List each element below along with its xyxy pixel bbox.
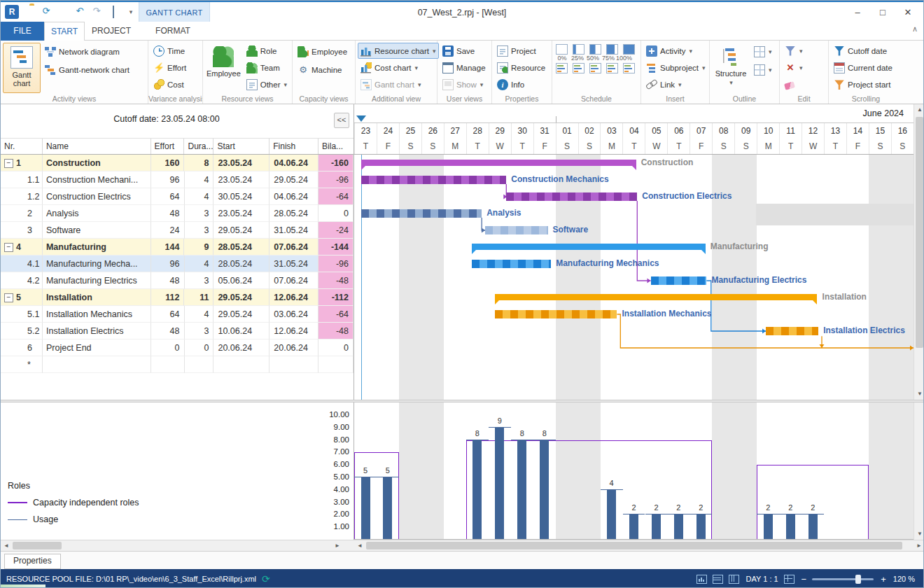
gantt-bar[interactable]	[485, 226, 548, 234]
redo-icon[interactable]: ↷	[90, 6, 103, 18]
window-layout-icon[interactable]	[107, 6, 120, 18]
scroll-right-icon[interactable]: ►	[332, 540, 343, 552]
column-header-finish[interactable]: Finish	[270, 139, 318, 154]
refresh-icon[interactable]: ⟳	[40, 6, 52, 18]
scrollbar-thumb[interactable]	[916, 117, 923, 348]
scroll-down-icon[interactable]: ▼	[914, 528, 924, 540]
gantt-vertical-scrollbar[interactable]: ▲ ▼	[913, 104, 924, 400]
column-header-name[interactable]: Name	[43, 139, 151, 154]
scrollbar-thumb[interactable]	[13, 542, 62, 550]
collapse-toggle[interactable]: −	[4, 243, 13, 252]
insert-activity-button[interactable]: Activity ▾	[643, 43, 708, 59]
collapse-toggle[interactable]: −	[4, 159, 13, 168]
gantt-chart-additional-button[interactable]: Gantt chart ▾	[358, 77, 439, 93]
undo-icon[interactable]: ↶	[74, 6, 86, 18]
grid-scale-icon[interactable]	[784, 575, 794, 584]
progress-50-button[interactable]	[589, 44, 601, 55]
gantt-chart-view-button[interactable]: Gantt chart	[3, 43, 41, 93]
scroll-to-cutoff-date-button[interactable]: Cutoff date	[831, 43, 895, 59]
network-diagram-button[interactable]: Network diagram	[42, 43, 132, 60]
refresh-pool-icon[interactable]: ⟳	[262, 573, 270, 584]
collapse-ribbon-icon[interactable]: ∧	[912, 24, 918, 34]
table-row[interactable]: −5Installation1121129.05.2412.06.24-112	[1, 289, 354, 306]
tab-properties[interactable]: Properties	[4, 554, 61, 569]
capacity-employee-button[interactable]: Employee	[295, 43, 350, 60]
open-file-icon[interactable]	[23, 6, 36, 18]
resource-properties-button[interactable]: Resource	[494, 59, 548, 76]
progress-100-button[interactable]	[623, 44, 635, 55]
table-row[interactable]: *	[1, 356, 354, 373]
tab-start[interactable]: START	[44, 22, 85, 41]
role-button[interactable]: Role	[244, 43, 290, 59]
insert-link-button[interactable]: Link ▾	[643, 77, 708, 93]
column-header-nr[interactable]: Nr.	[1, 139, 43, 154]
chart-view-icon[interactable]	[696, 575, 707, 584]
minimize-button[interactable]: –	[845, 3, 870, 22]
table-row[interactable]: 1.1Construction Mechani...96423.05.2429.…	[1, 172, 354, 188]
outline-level-button[interactable]: ▾	[751, 43, 775, 60]
insert-subproject-button[interactable]: Subproject ▾	[643, 59, 708, 76]
gantt-bar[interactable]	[361, 209, 482, 218]
scroll-down-icon[interactable]: ▼	[914, 388, 924, 400]
project-properties-button[interactable]: Project	[494, 43, 548, 59]
save-icon[interactable]	[57, 6, 69, 18]
gantt-bar[interactable]	[495, 310, 617, 318]
column-header-effort[interactable]: Effort	[151, 139, 185, 154]
employee-view-button[interactable]: Employee	[205, 43, 242, 93]
close-button[interactable]: ✕	[895, 3, 920, 22]
gantt-bar[interactable]	[361, 160, 636, 166]
scroll-left-icon[interactable]: ◄	[1, 540, 12, 552]
zoom-slider[interactable]	[812, 578, 874, 580]
scroll-to-project-start-button[interactable]: Project start	[831, 77, 895, 93]
table-row[interactable]: −1Construction160823.05.2404.06.24-160	[1, 155, 354, 172]
schedule-tool-button[interactable]	[589, 63, 601, 74]
schedule-tool-button[interactable]	[556, 63, 568, 74]
progress-75-button[interactable]	[606, 44, 618, 55]
table-row[interactable]: 5.1Installation Mechanics64429.05.2403.0…	[1, 306, 354, 323]
table-row[interactable]: 6Project End0020.06.2420.06.240	[1, 340, 354, 356]
show-views-button[interactable]: Show ▾	[440, 77, 489, 93]
column-header-bilanz[interactable]: Bila...	[318, 139, 354, 154]
maximize-button[interactable]: □	[870, 3, 895, 22]
schedule-tool-button[interactable]	[623, 63, 635, 74]
app-icon[interactable]: R	[5, 5, 19, 19]
clear-button[interactable]	[782, 77, 806, 93]
resource-chart-button[interactable]: Resource chart ▾	[358, 43, 439, 59]
manage-views-button[interactable]: Manage	[440, 59, 489, 76]
scroll-left-icon[interactable]: ◄	[354, 540, 365, 552]
scroll-to-current-date-button[interactable]: Current date	[831, 59, 895, 76]
machine-button[interactable]: ⚙ Machine	[295, 61, 350, 78]
gantt-bar[interactable]	[472, 260, 552, 268]
rows-view-icon[interactable]	[713, 575, 723, 584]
filter-button[interactable]: ▾	[782, 43, 806, 59]
zoom-in-button[interactable]: +	[881, 574, 886, 584]
table-row[interactable]: 1.2Construction Electrics64430.05.2404.0…	[1, 188, 354, 205]
effort-button[interactable]: ⚡ Effort	[150, 59, 189, 76]
scrollbar-thumb[interactable]	[366, 542, 902, 550]
structure-button[interactable]: Structure ▾	[712, 43, 750, 93]
progress-25-button[interactable]	[573, 44, 584, 55]
collapse-pane-button[interactable]: <<	[334, 113, 349, 128]
zoom-out-button[interactable]: −	[802, 574, 807, 584]
table-row[interactable]: 4.2Manufacturing Electrics48305.06.2407.…	[1, 272, 354, 289]
delete-button[interactable]: ✕ ▾	[782, 59, 806, 76]
schedule-tool-button[interactable]	[573, 63, 584, 74]
gantt-bar[interactable]	[361, 176, 507, 184]
histogram-vertical-scrollbar[interactable]: ▼	[913, 402, 924, 540]
table-row[interactable]: 4.1Manufacturing Mecha...96428.05.2431.0…	[1, 255, 354, 272]
cost-button[interactable]: Cost	[150, 77, 189, 93]
gantt-bar[interactable]	[651, 276, 707, 285]
table-row[interactable]: 2Analysis48323.05.2428.05.240	[1, 205, 354, 222]
tab-project[interactable]: PROJECT	[85, 22, 138, 41]
progress-0-button[interactable]	[556, 44, 568, 55]
table-row[interactable]: 3Software24329.05.2431.05.24-24	[1, 222, 354, 239]
cost-chart-button[interactable]: Cost chart ▾	[358, 59, 439, 76]
tab-file[interactable]: FILE	[1, 22, 44, 41]
column-header-duration[interactable]: Dura...	[184, 139, 214, 154]
gantt-bar[interactable]	[506, 192, 637, 201]
zoom-slider-thumb[interactable]	[855, 575, 861, 584]
save-view-button[interactable]: Save	[440, 43, 489, 59]
collapse-toggle[interactable]: −	[4, 293, 13, 302]
outline-filter-button[interactable]: ▾	[751, 61, 775, 78]
table-row[interactable]: −4Manufacturing144928.05.2407.06.24-144	[1, 239, 354, 255]
